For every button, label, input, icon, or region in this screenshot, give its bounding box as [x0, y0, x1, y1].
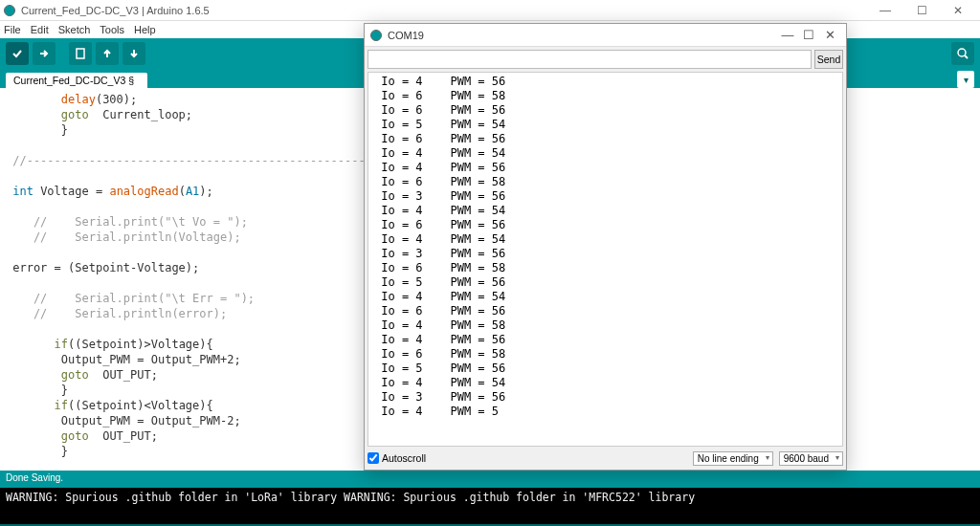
tab-label: Current_Fed_DC-DC_V3 § [13, 75, 134, 86]
serial-input[interactable] [368, 50, 812, 69]
tab-menu-button[interactable]: ▾ [957, 71, 974, 88]
arrow-down-icon [127, 47, 141, 60]
serial-bottom: Autoscroll No line ending 9600 baud [365, 447, 846, 470]
arduino-icon [370, 30, 382, 41]
serial-close-button[interactable]: ✕ [819, 25, 840, 46]
svg-rect-0 [77, 49, 84, 58]
menu-file[interactable]: File [4, 24, 21, 35]
svg-point-1 [958, 49, 966, 56]
status-bar: Done Saving. [0, 471, 980, 488]
console-output: WARNING: Spurious .github folder in 'LoR… [0, 488, 980, 524]
serial-output[interactable]: Io = 4 PWM = 56 Io = 6 PWM = 58 Io = 6 P… [368, 72, 843, 447]
menu-help[interactable]: Help [134, 24, 156, 35]
arduino-icon [4, 5, 15, 16]
menu-edit[interactable]: Edit [31, 24, 49, 35]
autoscroll-checkbox[interactable]: Autoscroll [368, 452, 426, 464]
autoscroll-label: Autoscroll [382, 452, 426, 464]
save-button[interactable] [122, 42, 145, 65]
serial-maximize-button[interactable]: ☐ [798, 25, 819, 46]
serial-title: COM19 [388, 30, 777, 41]
arrow-right-icon [37, 47, 51, 60]
magnifier-icon [956, 47, 969, 60]
line-ending-dropdown[interactable]: No line ending [693, 451, 773, 466]
close-button[interactable]: ✕ [940, 0, 976, 21]
open-button[interactable] [96, 42, 119, 65]
check-icon [11, 47, 24, 60]
serial-input-row: Send [365, 47, 846, 72]
serial-monitor-button[interactable] [951, 42, 974, 65]
sketch-tab[interactable]: Current_Fed_DC-DC_V3 § [6, 73, 147, 88]
new-button[interactable] [69, 42, 92, 65]
serial-minimize-button[interactable]: — [777, 25, 798, 46]
serial-monitor-window: COM19 — ☐ ✕ Send Io = 4 PWM = 56 Io = 6 … [364, 23, 847, 471]
menu-sketch[interactable]: Sketch [58, 24, 91, 35]
maximize-button[interactable]: ☐ [903, 0, 940, 21]
arrow-up-icon [100, 47, 114, 60]
autoscroll-input[interactable] [368, 452, 379, 464]
file-icon [74, 47, 87, 60]
upload-button[interactable] [33, 42, 56, 65]
menu-tools[interactable]: Tools [100, 24, 124, 35]
main-titlebar: Current_Fed_DC-DC_V3 | Arduino 1.6.5 — ☐… [0, 0, 980, 21]
send-button[interactable]: Send [814, 50, 843, 69]
minimize-button[interactable]: — [867, 0, 903, 21]
baud-dropdown[interactable]: 9600 baud [779, 451, 843, 466]
window-title: Current_Fed_DC-DC_V3 | Arduino 1.6.5 [21, 5, 867, 16]
verify-button[interactable] [6, 42, 29, 65]
svg-line-2 [965, 55, 968, 58]
serial-titlebar: COM19 — ☐ ✕ [365, 24, 846, 47]
